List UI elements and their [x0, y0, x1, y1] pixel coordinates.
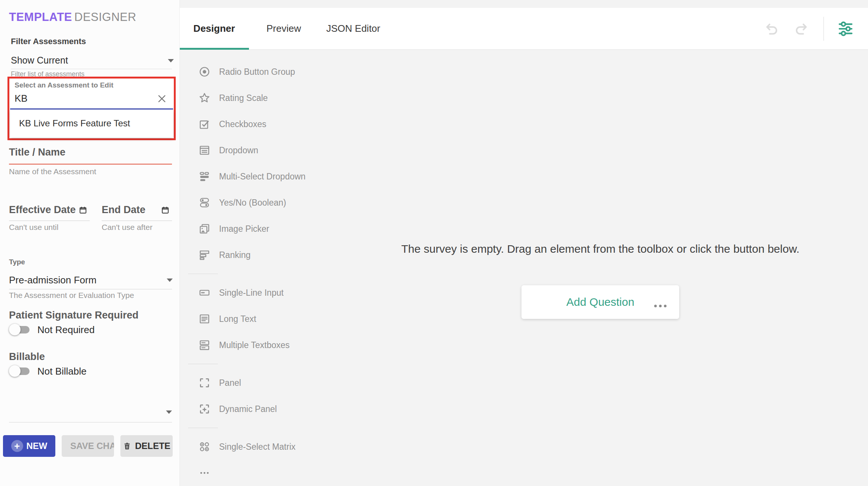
toolbox-item-rating-scale[interactable]: Rating Scale: [179, 85, 303, 111]
bottom-select-underline[interactable]: [9, 422, 172, 422]
long-text-icon: [198, 313, 211, 325]
toolbox-item-label: Radio Button Group: [219, 67, 295, 77]
rating-scale-icon: [198, 92, 211, 104]
toolbox-item-boolean[interactable]: Yes/No (Boolean): [179, 190, 303, 216]
type-hint: The Assessment or Evaluation Type: [9, 291, 134, 300]
filter-select-value: Show Current: [11, 55, 68, 65]
toolbox-item-label: Ranking: [219, 250, 250, 260]
toolbox-item-ranking[interactable]: Ranking: [179, 242, 303, 268]
toolbox-item-label: Rating Scale: [219, 93, 268, 103]
clear-icon[interactable]: [157, 93, 167, 104]
plus-icon: +: [11, 440, 23, 452]
design-canvas: The survey is empty. Drag an element fro…: [303, 50, 868, 486]
toolbox-item-single-line-input[interactable]: Single-Line Input: [179, 280, 303, 306]
sidebar-actions: + NEW SAVE CHANGES DELETE: [3, 435, 173, 457]
toolbox-item-label: Panel: [219, 378, 241, 388]
logo-secondary: DESIGNER: [74, 10, 136, 24]
toolbox-divider: [188, 274, 218, 274]
tab-preview[interactable]: Preview: [249, 8, 318, 49]
toolbox-item-more-items[interactable]: [179, 460, 303, 486]
toolbox-item-label: Yes/No (Boolean): [219, 198, 286, 208]
toolbox-item-label: Dynamic Panel: [219, 404, 277, 414]
toolbox-item-checkboxes[interactable]: Checkboxes: [179, 111, 303, 137]
toolbox-item-long-text[interactable]: Long Text: [179, 306, 303, 332]
signature-required-label: Patient Signature Required: [9, 310, 139, 321]
toolbox-item-label: Dropdown: [219, 145, 258, 156]
title-name-hint: Name of the Assessment: [9, 167, 96, 176]
tab-designer[interactable]: Designer: [179, 8, 249, 49]
toolbox-item-dropdown[interactable]: Dropdown: [179, 137, 303, 163]
end-date-underline[interactable]: [102, 221, 172, 221]
effective-date-underline[interactable]: [9, 221, 90, 221]
toolbox-item-label: Long Text: [219, 314, 256, 324]
multiple-textboxes-icon: [198, 339, 211, 351]
tab-json-editor[interactable]: JSON Editor: [318, 8, 388, 49]
radio-button-group-icon: [198, 65, 211, 78]
toolbox-item-label: Checkboxes: [219, 119, 267, 129]
toolbox-divider: [188, 428, 218, 428]
billable-label: Billable: [9, 351, 45, 363]
question-type-menu-icon[interactable]: [654, 305, 667, 307]
chevron-down-icon: [167, 279, 173, 282]
effective-date-hint: Can't use until: [9, 223, 58, 232]
filter-assessments-heading: Filter Assessments: [11, 37, 86, 46]
toolbox-item-multiple-textboxes[interactable]: Multiple Textboxes: [179, 332, 303, 358]
calendar-icon[interactable]: [161, 206, 170, 215]
save-changes-button[interactable]: SAVE CHANGES: [62, 435, 114, 457]
main-area: Designer Preview JSON Editor Radio Butto…: [179, 0, 868, 486]
type-label: Type: [9, 258, 25, 266]
dynamic-panel-icon: [198, 403, 211, 415]
title-name-underline[interactable]: [9, 164, 172, 164]
toolbox-item-image-picker[interactable]: Image Picker: [179, 216, 303, 242]
toolbox-item-label: Multi-Select Dropdown: [219, 172, 305, 182]
settings-sliders-icon[interactable]: [837, 20, 855, 38]
more-items-icon: [198, 467, 211, 479]
chevron-down-icon: [168, 59, 174, 62]
signature-toggle[interactable]: [9, 324, 31, 336]
add-question-button[interactable]: Add Question: [566, 296, 634, 308]
signature-toggle-state: Not Required: [37, 324, 95, 336]
toolbox-item-dynamic-panel[interactable]: Dynamic Panel: [179, 396, 303, 422]
end-date-hint: Can't use after: [102, 223, 153, 232]
toolbox-item-label: Single-Select Matrix: [219, 442, 296, 452]
add-question-card: Add Question: [521, 285, 679, 319]
image-picker-icon: [198, 222, 211, 235]
panel-icon: [198, 376, 211, 389]
ranking-icon: [198, 249, 211, 261]
filter-select[interactable]: Show Current: [11, 55, 172, 66]
effective-date-label: Effective Date: [9, 204, 76, 216]
sidebar: TEMPLATEDESIGNER Filter Assessments Show…: [0, 0, 180, 486]
toolbox-item-multi-select-dropdown[interactable]: Multi-Select Dropdown: [179, 163, 303, 190]
delete-button[interactable]: DELETE: [120, 435, 173, 457]
assessment-search-input[interactable]: [15, 93, 138, 104]
logo-primary: TEMPLATE: [9, 10, 72, 24]
suggestion-item[interactable]: KB Live Forms Feature Test: [10, 110, 173, 137]
toolbox-divider: [188, 364, 218, 364]
assessment-picker-highlight: Select an Assessment to Edit KB Live For…: [7, 77, 176, 140]
calendar-icon[interactable]: [79, 206, 87, 215]
billable-toggle[interactable]: [9, 365, 31, 377]
toolbox-item-single-select-matrix[interactable]: Single-Select Matrix: [179, 434, 303, 460]
redo-icon[interactable]: [793, 20, 811, 38]
toolbox-item-label: Image Picker: [219, 224, 269, 234]
toolbox-item-radio-button-group[interactable]: Radio Button Group: [179, 59, 303, 85]
tab-bar: Designer Preview JSON Editor: [179, 8, 868, 50]
new-button[interactable]: + NEW: [3, 435, 55, 457]
toolbox-item-label: Multiple Textboxes: [219, 340, 290, 350]
toolbox-item-label: Single-Line Input: [219, 288, 284, 298]
billable-toggle-state: Not Billable: [37, 366, 87, 377]
boolean-icon: [198, 196, 211, 209]
single-select-matrix-icon: [198, 440, 211, 453]
undo-icon[interactable]: [762, 20, 780, 38]
type-select[interactable]: Pre-admission Form: [9, 274, 96, 286]
assessment-suggestions: KB Live Forms Feature Test: [10, 110, 173, 138]
type-select-underline: [9, 289, 172, 289]
tab-controls: [762, 8, 868, 49]
dropdown-icon: [198, 144, 211, 157]
app-logo: TEMPLATEDESIGNER: [9, 10, 136, 24]
toolbox: Radio Button Group Rating Scale Checkbox…: [179, 50, 303, 486]
toolbox-item-panel[interactable]: Panel: [179, 370, 303, 396]
empty-survey-message: The survey is empty. Drag an element fro…: [333, 242, 868, 256]
chevron-down-icon: [166, 410, 172, 414]
end-date-label: End Date: [102, 204, 145, 216]
